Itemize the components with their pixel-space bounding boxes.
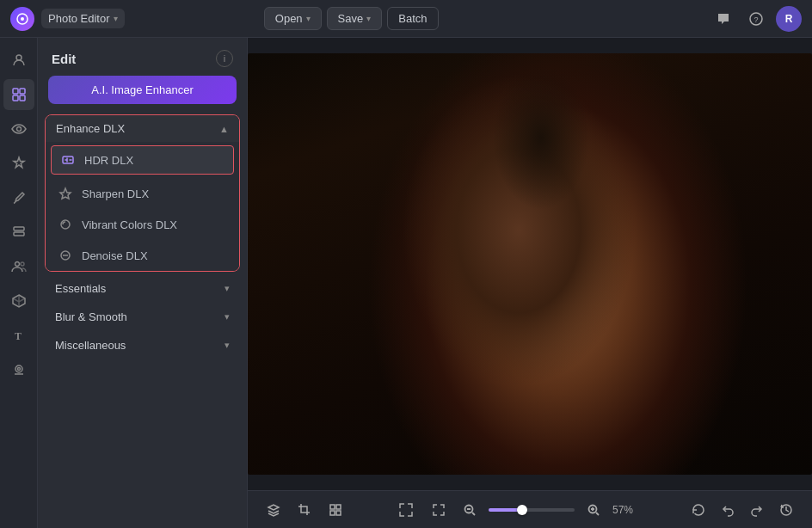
rail-brush-icon[interactable] — [3, 182, 34, 213]
svg-point-9 — [16, 127, 21, 132]
rail-eye-icon[interactable] — [3, 114, 34, 144]
avatar-button[interactable]: R — [776, 6, 802, 32]
topbar: Photo Editor ▾ Open ▾ Save ▾ Batch ? — [0, 0, 812, 38]
grid-bottom-icon[interactable] — [323, 498, 348, 522]
undo-button[interactable] — [716, 498, 740, 522]
miscellaneous-section: Miscellaneous ▾ — [38, 332, 247, 359]
bottom-right-tools — [686, 498, 798, 522]
svg-point-12 — [15, 262, 19, 267]
save-chevron: ▾ — [366, 14, 371, 23]
enhance-dlx-header[interactable]: Enhance DLX ▲ — [46, 115, 239, 142]
chat-button[interactable] — [710, 6, 736, 32]
app-logo — [10, 7, 34, 31]
blur-smooth-label: Blur & Smooth — [55, 310, 127, 323]
ai-enhancer-button[interactable]: A.I. Image Enhancer — [48, 76, 237, 104]
zoom-slider[interactable] — [489, 508, 575, 512]
miscellaneous-chevron: ▾ — [225, 340, 230, 351]
history-button[interactable] — [774, 498, 798, 522]
essentials-chevron: ▾ — [225, 283, 230, 294]
photo-image — [248, 53, 812, 475]
open-chevron: ▾ — [306, 14, 311, 23]
vibrant-colors-dlx-icon — [58, 217, 73, 232]
rail-person-icon[interactable] — [3, 45, 34, 76]
hdr-dlx-icon — [60, 152, 76, 168]
enhance-dlx-section: Enhance DLX ▲ HDR DLX — [45, 114, 240, 272]
svg-text:T: T — [15, 330, 22, 342]
topbar-right: ? R — [710, 6, 802, 32]
batch-button[interactable]: Batch — [387, 7, 438, 30]
rail-people-icon[interactable] — [3, 251, 34, 282]
hdr-dlx-label: HDR DLX — [84, 154, 133, 167]
miscellaneous-label: Miscellaneous — [55, 339, 126, 352]
ai-button-label: A.I. Image Enhancer — [91, 83, 194, 96]
enhance-dlx-chevron: ▲ — [219, 124, 229, 134]
blur-smooth-chevron: ▾ — [225, 311, 230, 322]
refresh-button[interactable] — [686, 498, 710, 522]
zoom-minus-button[interactable] — [459, 500, 480, 520]
redo-button[interactable] — [745, 498, 769, 522]
zoom-percent: 57% — [612, 504, 640, 516]
zoom-plus-button[interactable] — [583, 500, 604, 520]
essentials-header[interactable]: Essentials ▾ — [41, 275, 243, 302]
sharpen-dlx-icon — [58, 186, 73, 201]
svg-rect-23 — [330, 511, 335, 515]
icon-rail: T — [0, 38, 38, 528]
blur-smooth-header[interactable]: Blur & Smooth ▾ — [41, 304, 243, 330]
denoise-dlx-item[interactable]: Denoise DLX — [46, 240, 239, 271]
svg-rect-10 — [14, 227, 24, 230]
zoom-slider-fill — [489, 508, 519, 512]
denoise-dlx-icon — [58, 248, 73, 263]
hdr-dlx-item[interactable]: HDR DLX — [51, 145, 234, 175]
vibrant-colors-dlx-item[interactable]: Vibrant Colors DLX — [46, 209, 239, 240]
canvas-area: 57% — [248, 38, 812, 528]
rail-object-icon[interactable] — [3, 285, 34, 316]
svg-rect-7 — [13, 95, 18, 101]
app-title-chevron: ▾ — [114, 14, 118, 23]
bottom-left-tools — [261, 498, 348, 522]
rail-text-icon[interactable]: T — [3, 320, 34, 351]
rail-layers-icon[interactable] — [3, 217, 34, 248]
rail-effects-icon[interactable] — [3, 79, 34, 110]
expand-button[interactable] — [427, 498, 451, 522]
denoise-dlx-label: Denoise DLX — [82, 249, 148, 262]
essentials-section: Essentials ▾ — [38, 275, 247, 302]
enhance-dlx-label: Enhance DLX — [56, 122, 125, 135]
sidebar-header: Edit i — [38, 38, 247, 76]
app-title: Photo Editor — [48, 12, 110, 25]
svg-point-1 — [21, 17, 24, 21]
zoom-controls: 57% — [394, 498, 640, 522]
svg-rect-11 — [14, 232, 24, 236]
main-layout: T Edit i A.I. Image Enhancer Enhance DLX… — [0, 38, 812, 528]
enhance-dlx-items: HDR DLX Sharpen DLX — [46, 145, 239, 271]
topbar-center: Open ▾ Save ▾ Batch — [264, 7, 439, 30]
essentials-label: Essentials — [55, 282, 106, 295]
save-button[interactable]: Save ▾ — [327, 7, 383, 30]
svg-point-15 — [15, 365, 22, 372]
sharpen-dlx-item[interactable]: Sharpen DLX — [46, 178, 239, 209]
svg-point-16 — [17, 368, 20, 371]
crop-bottom-icon[interactable] — [292, 498, 317, 522]
fit-screen-button[interactable] — [394, 498, 418, 522]
open-button[interactable]: Open ▾ — [264, 7, 322, 30]
canvas-main — [248, 38, 812, 490]
rail-stars-icon[interactable] — [3, 148, 34, 179]
sidebar-title: Edit — [52, 52, 76, 66]
svg-rect-22 — [336, 505, 341, 509]
photo-canvas — [248, 53, 812, 475]
save-label: Save — [338, 12, 364, 25]
svg-rect-6 — [20, 89, 25, 94]
avatar-label: R — [785, 13, 793, 25]
svg-rect-24 — [336, 511, 341, 515]
zoom-knob[interactable] — [517, 505, 527, 515]
help-button[interactable]: ? — [743, 6, 769, 32]
svg-point-4 — [16, 55, 22, 60]
svg-rect-21 — [330, 505, 335, 509]
info-icon[interactable]: i — [216, 50, 233, 67]
rail-stamp-icon[interactable] — [3, 354, 34, 385]
svg-rect-8 — [20, 95, 25, 101]
layers-bottom-icon[interactable] — [261, 498, 286, 522]
app-title-button[interactable]: Photo Editor ▾ — [41, 9, 125, 28]
svg-rect-5 — [13, 89, 18, 94]
miscellaneous-header[interactable]: Miscellaneous ▾ — [41, 332, 243, 359]
batch-label: Batch — [398, 12, 427, 25]
